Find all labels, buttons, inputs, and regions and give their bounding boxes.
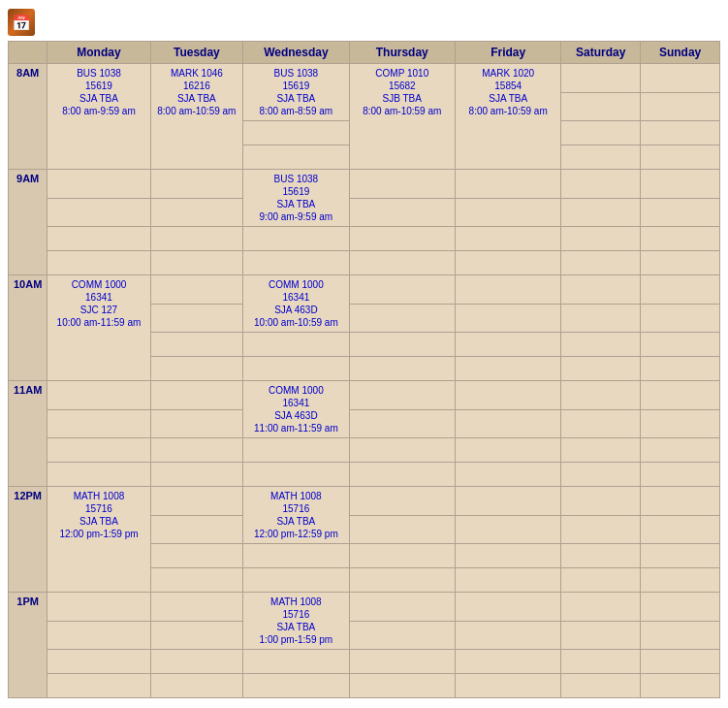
col-header-wednesday: Wednesday (243, 42, 349, 64)
schedule-cell (349, 357, 455, 381)
schedule-cell (150, 544, 243, 568)
event-text[interactable]: BUS 103815619SJA TBA9:00 am-9:59 am (244, 171, 347, 225)
schedule-cell (349, 170, 455, 199)
schedule-cell (150, 251, 243, 275)
schedule-cell (47, 381, 150, 410)
event-text[interactable]: BUS 103815619SJA TBA8:00 am-9:59 am (48, 65, 148, 119)
schedule-cell (243, 650, 349, 674)
schedule-cell (641, 409, 720, 438)
schedule-cell (349, 621, 455, 650)
schedule-cell (561, 145, 641, 170)
schedule-cell (641, 198, 720, 227)
schedule-cell (641, 487, 720, 516)
schedule-cell: MATH 100815716SJA TBA1:00 pm-1:59 pm (243, 593, 349, 650)
schedule-cell (455, 251, 560, 275)
schedule-cell: MATH 100815716SJA TBA12:00 pm-1:59 pm (47, 487, 150, 593)
schedule-cell (349, 333, 455, 357)
schedule-cell (561, 92, 641, 121)
schedule-cell (349, 487, 455, 516)
schedule-cell: COMM 100016341SJC 12710:00 am-11:59 am (47, 275, 150, 381)
logo-area: 📅 (8, 8, 720, 37)
schedule-cell (47, 621, 150, 650)
schedule-cell (349, 304, 455, 333)
schedule-cell (150, 409, 243, 438)
schedule-cell (455, 333, 560, 357)
schedule-cell (561, 593, 641, 622)
schedule-cell (150, 357, 243, 381)
schedule-cell (47, 251, 150, 275)
col-header-monday: Monday (47, 42, 150, 64)
schedule-cell (641, 227, 720, 251)
time-label: 9AM (9, 170, 47, 275)
event-text[interactable]: MATH 100815716SJA TBA1:00 pm-1:59 pm (244, 594, 347, 648)
schedule-cell (243, 121, 349, 145)
schedule-cell (150, 381, 243, 410)
schedule-cell: COMP 101015682SJB TBA8:00 am-10:59 am (349, 64, 455, 170)
schedule-cell (150, 621, 243, 650)
schedule-cell (561, 674, 641, 698)
schedule-cell (561, 170, 641, 199)
schedule-cell (243, 568, 349, 593)
event-text[interactable]: COMM 100016341SJC 12710:00 am-11:59 am (48, 276, 148, 331)
schedule-cell (641, 92, 720, 121)
schedule-cell (641, 170, 720, 199)
schedule-cell (455, 227, 560, 251)
schedule-cell (641, 515, 720, 544)
schedule-cell (455, 381, 560, 410)
schedule-cell (243, 674, 349, 698)
schedule-cell (349, 515, 455, 544)
schedule-cell (150, 515, 243, 544)
schedule-cell (455, 650, 560, 674)
schedule-cell (455, 568, 560, 593)
schedule-cell (150, 674, 243, 698)
schedule-cell (641, 64, 720, 93)
schedule-cell (641, 333, 720, 357)
schedule-cell: MARK 102015854SJA TBA8:00 am-10:59 am (455, 64, 560, 170)
schedule-cell (641, 145, 720, 170)
schedule-cell (150, 198, 243, 227)
schedule-cell (561, 275, 641, 305)
event-text[interactable]: BUS 103815619SJA TBA8:00 am-8:59 am (244, 65, 347, 119)
schedule-cell (47, 227, 150, 251)
schedule-cell (243, 463, 349, 487)
schedule-cell: COMM 100016341SJA 463D10:00 am-10:59 am (243, 275, 349, 333)
schedule-cell (641, 381, 720, 410)
schedule-cell (455, 304, 560, 333)
col-header-tuesday: Tuesday (150, 42, 243, 64)
schedule-cell (243, 227, 349, 251)
event-text[interactable]: MARK 104616216SJA TBA8:00 am-10:59 am (152, 65, 242, 119)
schedule-cell (150, 275, 243, 305)
schedule-cell (641, 621, 720, 650)
schedule-cell (455, 275, 560, 305)
schedule-cell (455, 170, 560, 199)
schedule-cell (47, 593, 150, 622)
schedule-cell (561, 515, 641, 544)
schedule-cell (561, 121, 641, 145)
schedule-cell (641, 544, 720, 568)
schedule-table: Monday Tuesday Wednesday Thursday Friday… (8, 41, 720, 698)
event-text[interactable]: MATH 100815716SJA TBA12:00 pm-12:59 pm (244, 488, 347, 542)
schedule-cell (561, 333, 641, 357)
schedule-cell: MATH 100815716SJA TBA12:00 pm-12:59 pm (243, 487, 349, 544)
event-text[interactable]: COMP 101015682SJB TBA8:00 am-10:59 am (351, 65, 454, 119)
schedule-cell (150, 227, 243, 251)
schedule-cell (243, 438, 349, 463)
schedule-cell (349, 593, 455, 622)
schedule-cell (455, 621, 560, 650)
schedule-cell (561, 227, 641, 251)
schedule-cell (455, 357, 560, 381)
schedule-cell (349, 275, 455, 305)
event-text[interactable]: MARK 102015854SJA TBA8:00 am-10:59 am (457, 65, 559, 119)
schedule-cell (561, 487, 641, 516)
schedule-cell: MARK 104616216SJA TBA8:00 am-10:59 am (150, 64, 243, 170)
schedule-cell (641, 438, 720, 463)
event-text[interactable]: MATH 100815716SJA TBA12:00 pm-1:59 pm (48, 488, 148, 542)
event-text[interactable]: COMM 100016341SJA 463D11:00 am-11:59 am (244, 382, 347, 436)
schedule-cell: COMM 100016341SJA 463D11:00 am-11:59 am (243, 381, 349, 438)
schedule-cell (349, 381, 455, 410)
schedule-cell (561, 409, 641, 438)
event-text[interactable]: COMM 100016341SJA 463D10:00 am-10:59 am (244, 276, 347, 331)
schedule-cell (561, 357, 641, 381)
col-header-friday: Friday (455, 42, 560, 64)
schedule-cell (47, 650, 150, 674)
